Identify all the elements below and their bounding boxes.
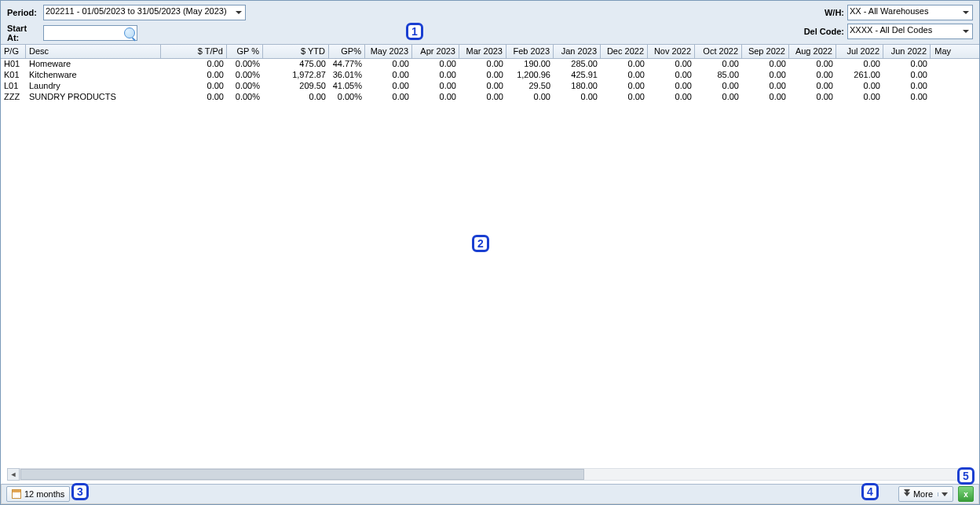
cell: 0.00% [329,92,365,103]
cell: 0.00 [883,70,931,81]
more-dropdown-arrow[interactable] [938,492,948,496]
cell: 0.00 [412,59,459,70]
table-row[interactable]: K01Kitchenware0.000.00%1,972.8736.01%0.0… [1,70,979,81]
toolbar-right: W/H: XX - All Warehouses Del Code: XXXX … [797,5,973,40]
cell: 44.77% [329,59,365,70]
cell: 475.00 [263,59,329,70]
cell: 0.00 [412,81,459,92]
wh-label: W/H: [797,8,844,17]
cell: 0.00% [227,92,263,103]
cell: 0.00 [459,70,506,81]
cell [931,59,954,70]
period-value: 202211 - 01/05/2023 to 31/05/2023 (May 2… [46,6,227,16]
column-header[interactable]: Oct 2022 [695,45,742,58]
cell: Laundry [26,81,161,92]
search-icon[interactable] [124,27,135,38]
cell: 0.00% [227,70,263,81]
column-header[interactable]: Feb 2023 [506,45,554,58]
cell: Homeware [26,59,161,70]
cell: Kitchenware [26,70,161,81]
scroll-track[interactable] [20,468,960,481]
column-header[interactable]: Jan 2023 [554,45,601,58]
cell: 0.00 [365,70,412,81]
wh-value: XX - All Warehouses [850,6,928,16]
cell: 0.00 [789,92,836,103]
column-header[interactable]: Apr 2023 [412,45,459,58]
cell: 0.00 [836,92,883,103]
more-button[interactable]: More [898,486,953,502]
cell: 0.00 [365,59,412,70]
scroll-thumb[interactable] [20,469,584,480]
column-header[interactable]: Aug 2022 [789,45,836,58]
cell: 209.50 [263,81,329,92]
cell [931,70,954,81]
toolbar: Period: 202211 - 01/05/2023 to 31/05/202… [1,1,979,45]
column-header[interactable]: May 2023 [365,45,412,58]
cell: 0.00 [883,59,931,70]
cell: 0.00 [601,70,648,81]
toolbar-left: Period: 202211 - 01/05/2023 to 31/05/202… [7,5,246,40]
horizontal-scrollbar[interactable]: ◄ ► [7,468,973,481]
table-row[interactable]: L01Laundry0.000.00%209.5041.05%0.000.000… [1,81,979,92]
grid-body: H01Homeware0.000.00%475.0044.77%0.000.00… [1,59,979,103]
column-header[interactable]: Jun 2022 [883,45,931,58]
export-excel-button[interactable]: x [958,486,974,502]
cell: 0.00 [459,59,506,70]
column-header[interactable]: Mar 2023 [459,45,506,58]
column-header[interactable]: $ T/Pd [161,45,227,58]
months-label: 12 months [24,489,64,499]
cell: 41.05% [329,81,365,92]
cell: 0.00 [365,81,412,92]
cell: 0.00 [742,81,789,92]
cell: K01 [1,70,26,81]
cell: SUNDRY PRODUCTS [26,92,161,103]
del-value: XXXX - All Del Codes [850,25,932,35]
cell: 0.00 [601,59,648,70]
excel-icon: x [964,490,968,499]
cell: 85.00 [695,70,742,81]
cell: 0.00 [742,92,789,103]
start-at-field[interactable] [43,25,137,41]
table-row[interactable]: H01Homeware0.000.00%475.0044.77%0.000.00… [1,59,979,70]
table-row[interactable]: ZZZSUNDRY PRODUCTS0.000.00%0.000.00%0.00… [1,92,979,103]
cell: 0.00 [695,81,742,92]
calendar-icon [12,489,21,499]
cell: 0.00 [789,70,836,81]
cell: 0.00 [506,92,554,103]
warehouse-combo[interactable]: XX - All Warehouses [847,5,973,20]
cell: 190.00 [506,59,554,70]
annotation-marker-2: 2 [472,235,489,252]
cell: 0.00% [227,81,263,92]
column-header[interactable]: Desc [26,45,161,58]
column-header[interactable]: GP % [227,45,263,58]
column-header[interactable]: Jul 2022 [836,45,883,58]
scroll-left-arrow[interactable]: ◄ [7,468,20,481]
cell: 0.00 [459,81,506,92]
cell: 0.00 [789,81,836,92]
column-header[interactable]: May [931,45,954,58]
months-button[interactable]: 12 months [6,486,70,502]
cell: 0.00 [161,92,227,103]
column-header[interactable]: GP% [329,45,365,58]
cell: 0.00 [836,81,883,92]
cell: 0.00 [601,81,648,92]
cell: 0.00 [648,70,695,81]
column-header[interactable]: $ YTD [263,45,329,58]
column-header[interactable]: Dec 2022 [601,45,648,58]
period-combo[interactable]: 202211 - 01/05/2023 to 31/05/2023 (May 2… [43,5,246,20]
column-header[interactable]: P/G [1,45,26,58]
cell: 0.00 [836,59,883,70]
cell: 0.00 [648,59,695,70]
cell: 0.00 [365,92,412,103]
cell: 0.00 [161,59,227,70]
more-label: More [913,489,933,499]
cell: 0.00 [263,92,329,103]
column-header[interactable]: Nov 2022 [648,45,695,58]
chevron-down-icon [942,492,948,496]
start-at-input[interactable] [47,28,124,38]
annotation-marker-3: 3 [71,483,89,500]
cell [931,92,954,103]
delcode-combo[interactable]: XXXX - All Del Codes [847,24,973,39]
column-header[interactable]: Sep 2022 [742,45,789,58]
cell: 425.91 [554,70,601,81]
